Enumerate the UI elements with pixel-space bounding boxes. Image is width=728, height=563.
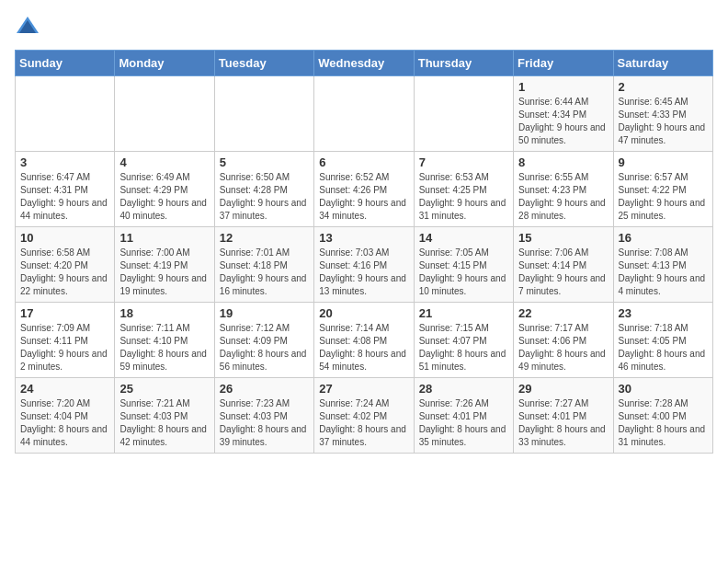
day-number: 9	[619, 155, 708, 169]
day-info: Sunrise: 7:21 AM Sunset: 4:03 PM Dayligh…	[119, 397, 209, 449]
calendar-cell: 25Sunrise: 7:21 AM Sunset: 4:03 PM Dayli…	[115, 378, 214, 454]
day-info: Sunrise: 7:12 AM Sunset: 4:09 PM Dayligh…	[220, 322, 309, 373]
day-number: 19	[220, 306, 309, 320]
calendar-header: SundayMondayTuesdayWednesdayThursdayFrid…	[16, 51, 713, 76]
day-header-tuesday: Tuesday	[214, 51, 313, 76]
day-info: Sunrise: 7:15 AM Sunset: 4:07 PM Dayligh…	[419, 322, 508, 373]
logo	[15, 15, 44, 40]
day-number: 10	[20, 231, 109, 245]
day-info: Sunrise: 6:49 AM Sunset: 4:29 PM Dayligh…	[119, 171, 209, 223]
day-number: 16	[619, 231, 708, 245]
calendar-cell: 15Sunrise: 7:06 AM Sunset: 4:14 PM Dayli…	[514, 227, 613, 303]
day-info: Sunrise: 7:05 AM Sunset: 4:15 PM Dayligh…	[419, 247, 508, 298]
day-number: 27	[319, 382, 408, 396]
calendar-cell: 30Sunrise: 7:28 AM Sunset: 4:00 PM Dayli…	[613, 378, 712, 454]
day-info: Sunrise: 7:23 AM Sunset: 4:03 PM Dayligh…	[220, 397, 309, 449]
calendar-cell: 22Sunrise: 7:17 AM Sunset: 4:06 PM Dayli…	[514, 303, 613, 378]
calendar-cell: 21Sunrise: 7:15 AM Sunset: 4:07 PM Dayli…	[414, 303, 513, 378]
day-info: Sunrise: 7:20 AM Sunset: 4:04 PM Dayligh…	[20, 397, 109, 449]
calendar-cell: 20Sunrise: 7:14 AM Sunset: 4:08 PM Dayli…	[314, 303, 414, 378]
header	[15, 15, 713, 40]
calendar-table: SundayMondayTuesdayWednesdayThursdayFrid…	[15, 50, 713, 454]
day-number: 28	[419, 382, 508, 396]
day-info: Sunrise: 6:50 AM Sunset: 4:28 PM Dayligh…	[220, 171, 309, 223]
day-info: Sunrise: 6:52 AM Sunset: 4:26 PM Dayligh…	[319, 171, 408, 223]
day-info: Sunrise: 7:24 AM Sunset: 4:02 PM Dayligh…	[319, 397, 408, 449]
day-number: 15	[518, 231, 608, 245]
day-info: Sunrise: 6:45 AM Sunset: 4:33 PM Dayligh…	[619, 96, 708, 147]
calendar-cell	[115, 76, 214, 152]
day-number: 17	[20, 306, 109, 320]
day-info: Sunrise: 7:27 AM Sunset: 4:01 PM Dayligh…	[518, 397, 608, 449]
calendar-cell: 6Sunrise: 6:52 AM Sunset: 4:26 PM Daylig…	[314, 152, 414, 227]
day-info: Sunrise: 6:55 AM Sunset: 4:23 PM Dayligh…	[518, 171, 608, 223]
calendar-cell: 12Sunrise: 7:01 AM Sunset: 4:18 PM Dayli…	[214, 227, 313, 303]
week-row-2: 10Sunrise: 6:58 AM Sunset: 4:20 PM Dayli…	[16, 227, 713, 303]
day-number: 24	[20, 382, 109, 396]
day-number: 6	[319, 155, 408, 169]
day-info: Sunrise: 7:28 AM Sunset: 4:00 PM Dayligh…	[619, 397, 708, 449]
calendar-cell: 14Sunrise: 7:05 AM Sunset: 4:15 PM Dayli…	[414, 227, 513, 303]
calendar-cell: 9Sunrise: 6:57 AM Sunset: 4:22 PM Daylig…	[613, 152, 712, 227]
calendar-cell: 10Sunrise: 6:58 AM Sunset: 4:20 PM Dayli…	[16, 227, 115, 303]
day-number: 13	[319, 231, 408, 245]
day-number: 20	[319, 306, 408, 320]
calendar-cell: 11Sunrise: 7:00 AM Sunset: 4:19 PM Dayli…	[115, 227, 214, 303]
day-info: Sunrise: 7:18 AM Sunset: 4:05 PM Dayligh…	[619, 322, 708, 373]
week-row-3: 17Sunrise: 7:09 AM Sunset: 4:11 PM Dayli…	[16, 303, 713, 378]
day-header-wednesday: Wednesday	[314, 51, 414, 76]
day-number: 8	[518, 155, 608, 169]
calendar-cell: 27Sunrise: 7:24 AM Sunset: 4:02 PM Dayli…	[314, 378, 414, 454]
calendar-cell	[214, 76, 313, 152]
calendar-cell: 8Sunrise: 6:55 AM Sunset: 4:23 PM Daylig…	[514, 152, 613, 227]
calendar-cell	[414, 76, 513, 152]
day-info: Sunrise: 6:47 AM Sunset: 4:31 PM Dayligh…	[20, 171, 109, 223]
day-info: Sunrise: 7:06 AM Sunset: 4:14 PM Dayligh…	[518, 247, 608, 298]
day-number: 5	[220, 155, 309, 169]
day-header-monday: Monday	[115, 51, 214, 76]
day-info: Sunrise: 7:01 AM Sunset: 4:18 PM Dayligh…	[220, 247, 309, 298]
day-number: 23	[619, 306, 708, 320]
day-info: Sunrise: 7:26 AM Sunset: 4:01 PM Dayligh…	[419, 397, 508, 449]
day-number: 7	[419, 155, 508, 169]
calendar-cell: 19Sunrise: 7:12 AM Sunset: 4:09 PM Dayli…	[214, 303, 313, 378]
week-row-0: 1Sunrise: 6:44 AM Sunset: 4:34 PM Daylig…	[16, 76, 713, 152]
day-info: Sunrise: 7:03 AM Sunset: 4:16 PM Dayligh…	[319, 247, 408, 298]
day-info: Sunrise: 7:00 AM Sunset: 4:19 PM Dayligh…	[119, 247, 209, 298]
day-info: Sunrise: 7:17 AM Sunset: 4:06 PM Dayligh…	[518, 322, 608, 373]
week-row-1: 3Sunrise: 6:47 AM Sunset: 4:31 PM Daylig…	[16, 152, 713, 227]
calendar-cell	[314, 76, 414, 152]
day-number: 3	[20, 155, 109, 169]
calendar-cell	[16, 76, 115, 152]
calendar-cell: 16Sunrise: 7:08 AM Sunset: 4:13 PM Dayli…	[613, 227, 712, 303]
day-number: 4	[119, 155, 209, 169]
day-info: Sunrise: 7:09 AM Sunset: 4:11 PM Dayligh…	[20, 322, 109, 373]
day-info: Sunrise: 7:11 AM Sunset: 4:10 PM Dayligh…	[119, 322, 209, 373]
day-info: Sunrise: 6:57 AM Sunset: 4:22 PM Dayligh…	[619, 171, 708, 223]
day-number: 2	[619, 80, 708, 94]
day-number: 26	[220, 382, 309, 396]
calendar-cell: 5Sunrise: 6:50 AM Sunset: 4:28 PM Daylig…	[214, 152, 313, 227]
day-number: 14	[419, 231, 508, 245]
calendar-cell: 2Sunrise: 6:45 AM Sunset: 4:33 PM Daylig…	[613, 76, 712, 152]
day-info: Sunrise: 6:58 AM Sunset: 4:20 PM Dayligh…	[20, 247, 109, 298]
day-header-sunday: Sunday	[16, 51, 115, 76]
day-info: Sunrise: 7:14 AM Sunset: 4:08 PM Dayligh…	[319, 322, 408, 373]
day-number: 25	[119, 382, 209, 396]
day-number: 29	[518, 382, 608, 396]
day-info: Sunrise: 6:44 AM Sunset: 4:34 PM Dayligh…	[518, 96, 608, 147]
calendar-cell: 3Sunrise: 6:47 AM Sunset: 4:31 PM Daylig…	[16, 152, 115, 227]
day-info: Sunrise: 7:08 AM Sunset: 4:13 PM Dayligh…	[619, 247, 708, 298]
calendar-cell: 18Sunrise: 7:11 AM Sunset: 4:10 PM Dayli…	[115, 303, 214, 378]
day-number: 22	[518, 306, 608, 320]
day-number: 11	[119, 231, 209, 245]
calendar-cell: 23Sunrise: 7:18 AM Sunset: 4:05 PM Dayli…	[613, 303, 712, 378]
day-header-thursday: Thursday	[414, 51, 513, 76]
calendar-body: 1Sunrise: 6:44 AM Sunset: 4:34 PM Daylig…	[16, 76, 713, 454]
day-info: Sunrise: 6:53 AM Sunset: 4:25 PM Dayligh…	[419, 171, 508, 223]
calendar-cell: 29Sunrise: 7:27 AM Sunset: 4:01 PM Dayli…	[514, 378, 613, 454]
calendar-cell: 13Sunrise: 7:03 AM Sunset: 4:16 PM Dayli…	[314, 227, 414, 303]
day-number: 18	[119, 306, 209, 320]
calendar-cell: 7Sunrise: 6:53 AM Sunset: 4:25 PM Daylig…	[414, 152, 513, 227]
calendar-cell: 4Sunrise: 6:49 AM Sunset: 4:29 PM Daylig…	[115, 152, 214, 227]
